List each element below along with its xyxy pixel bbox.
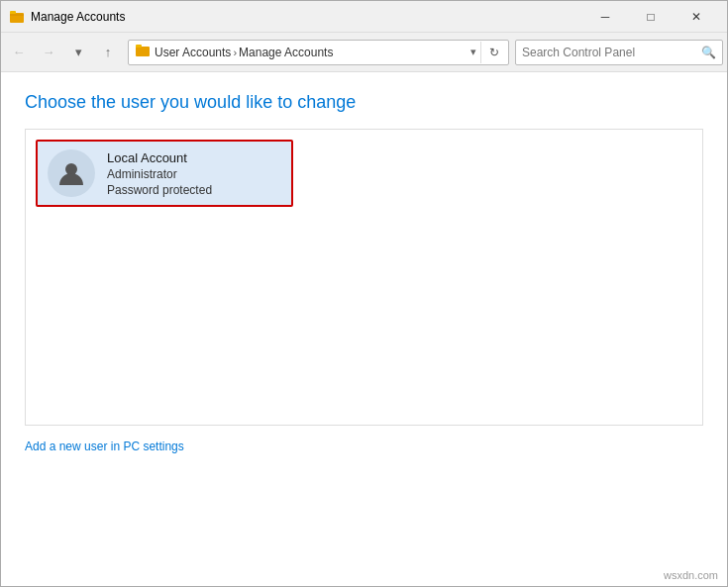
window: Manage Accounts ─ □ ✕ ← → ▾ ↑ User Accou…	[0, 0, 728, 587]
page-heading: Choose the user you would like to change	[25, 92, 703, 113]
account-item[interactable]: Local Account Administrator Password pro…	[36, 140, 293, 207]
breadcrumb-part2: Manage Accounts	[239, 46, 333, 59]
back-button[interactable]: ←	[5, 39, 33, 66]
recent-button[interactable]: ▾	[64, 39, 92, 66]
window-icon	[9, 9, 25, 25]
account-info: Local Account Administrator Password pro…	[107, 150, 212, 197]
folder-icon	[135, 43, 151, 61]
title-bar: Manage Accounts ─ □ ✕	[1, 1, 727, 33]
nav-bar: ← → ▾ ↑ User Accounts › Manage Accounts …	[1, 33, 727, 72]
watermark: wsxdn.com	[664, 569, 718, 581]
account-name: Local Account	[107, 150, 212, 165]
window-title: Manage Accounts	[31, 10, 582, 24]
add-user-link[interactable]: Add a new user in PC settings	[25, 440, 184, 453]
svg-rect-0	[10, 13, 24, 23]
breadcrumb-part1: User Accounts	[155, 46, 231, 59]
content-area: Choose the user you would like to change…	[1, 72, 727, 586]
avatar	[48, 149, 95, 197]
svg-rect-3	[136, 45, 142, 48]
title-bar-controls: ─ □ ✕	[582, 1, 719, 33]
up-button[interactable]: ↑	[94, 39, 122, 66]
forward-button[interactable]: →	[35, 39, 62, 66]
svg-rect-2	[136, 47, 150, 56]
refresh-button[interactable]: ↻	[480, 42, 502, 63]
breadcrumb-separator: ›	[233, 47, 237, 58]
address-bar-chevron-icon[interactable]: ▾	[470, 46, 476, 58]
breadcrumb: User Accounts › Manage Accounts	[155, 46, 467, 59]
account-status: Password protected	[107, 183, 212, 197]
maximize-button[interactable]: □	[628, 1, 674, 33]
svg-rect-1	[10, 11, 16, 14]
account-role: Administrator	[107, 167, 212, 181]
search-input[interactable]	[522, 46, 697, 59]
search-icon: 🔍	[701, 46, 716, 59]
search-box[interactable]: 🔍	[515, 40, 723, 65]
accounts-container: Local Account Administrator Password pro…	[25, 129, 703, 426]
minimize-button[interactable]: ─	[582, 1, 628, 33]
address-bar[interactable]: User Accounts › Manage Accounts ▾ ↻	[128, 40, 509, 65]
close-button[interactable]: ✕	[674, 1, 719, 33]
